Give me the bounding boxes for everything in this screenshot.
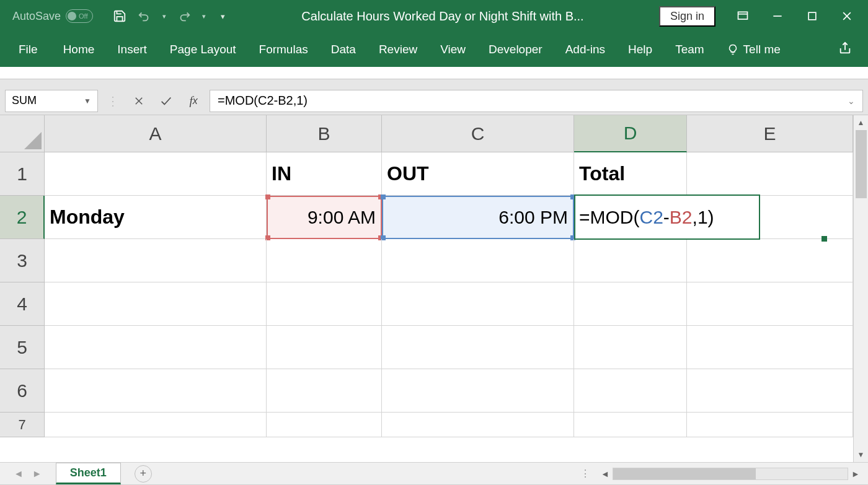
window-controls	[725, 10, 864, 22]
cell-d2[interactable]: =MOD(C2-B2,1)	[574, 196, 687, 239]
cell-b3[interactable]	[267, 239, 382, 282]
cell-b6[interactable]	[267, 369, 382, 413]
cell-e1[interactable]	[687, 152, 853, 196]
cell-b5[interactable]	[267, 326, 382, 369]
cell-a6[interactable]	[45, 369, 267, 413]
cell-d3[interactable]	[574, 239, 687, 282]
cell-d5[interactable]	[574, 326, 687, 369]
sheet-next-icon[interactable]: ►	[32, 468, 42, 479]
signin-button[interactable]: Sign in	[659, 6, 715, 27]
minimize-icon[interactable]	[771, 10, 784, 22]
insert-function-button[interactable]: fx	[182, 90, 205, 112]
autosave-state: Off	[79, 12, 87, 20]
scroll-left-icon[interactable]: ◄	[598, 466, 613, 481]
cell-c6[interactable]	[382, 369, 574, 413]
tab-insert[interactable]: Insert	[106, 38, 158, 61]
tab-home[interactable]: Home	[52, 38, 106, 61]
row-header-3[interactable]: 3	[0, 239, 45, 282]
split-handle[interactable]: ⋮	[574, 468, 598, 479]
column-header-a[interactable]: A	[45, 115, 267, 152]
formula-input[interactable]: =MOD(C2-B2,1) ⌄	[210, 90, 863, 112]
enter-formula-button[interactable]	[155, 90, 177, 112]
cell-b1[interactable]: IN	[267, 152, 382, 196]
cell-b4[interactable]	[267, 282, 382, 326]
autosave-label: AutoSave	[12, 10, 61, 23]
tab-review[interactable]: Review	[368, 38, 428, 61]
chevron-down-icon[interactable]: ▼	[84, 97, 91, 105]
cell-a5[interactable]	[45, 326, 267, 369]
cell-a4[interactable]	[45, 282, 267, 326]
cell-c2[interactable]: 6:00 PM	[382, 196, 574, 239]
cell-b2[interactable]: 9:00 AM	[267, 196, 382, 239]
vertical-scrollbar[interactable]: ▲ ▼	[853, 115, 868, 462]
vscroll-thumb[interactable]	[856, 130, 867, 198]
new-sheet-button[interactable]: +	[135, 465, 152, 483]
maximize-icon[interactable]	[806, 10, 818, 22]
row-header-2[interactable]: 2	[0, 196, 45, 239]
cell-a2[interactable]: Monday	[45, 196, 267, 239]
select-all-button[interactable]	[0, 115, 45, 152]
scroll-up-icon[interactable]: ▲	[854, 115, 868, 130]
close-icon[interactable]	[841, 10, 853, 22]
cell-e5[interactable]	[687, 326, 853, 369]
tab-help[interactable]: Help	[617, 38, 663, 61]
sheet-tab-active[interactable]: Sheet1	[56, 463, 121, 484]
save-icon[interactable]	[113, 9, 126, 23]
tab-developer[interactable]: Developer	[477, 38, 554, 61]
cell-d1[interactable]: Total	[574, 152, 687, 196]
cell-a7[interactable]	[45, 413, 267, 437]
autosave-toggle[interactable]: AutoSave Off	[4, 9, 102, 23]
tellme-search[interactable]: Tell me	[716, 38, 792, 61]
row-header-1[interactable]: 1	[0, 152, 45, 196]
tab-team[interactable]: Team	[664, 38, 715, 61]
cell-d7[interactable]	[574, 413, 687, 437]
cell-c4[interactable]	[382, 282, 574, 326]
cell-c3[interactable]	[382, 239, 574, 282]
ribbon-options-icon[interactable]	[737, 10, 749, 22]
name-box[interactable]: SUM ▼	[5, 90, 98, 112]
expand-formula-icon[interactable]: ⌄	[848, 96, 855, 106]
cell-e4[interactable]	[687, 282, 853, 326]
column-header-b[interactable]: B	[267, 115, 382, 152]
tab-view[interactable]: View	[429, 38, 477, 61]
column-header-e[interactable]: E	[687, 115, 853, 152]
tab-page-layout[interactable]: Page Layout	[159, 38, 247, 61]
fill-handle[interactable]	[822, 236, 827, 242]
cell-b7[interactable]	[267, 413, 382, 437]
cell-c5[interactable]	[382, 326, 574, 369]
cell-a1[interactable]	[45, 152, 267, 196]
sheet-prev-icon[interactable]: ◄	[14, 468, 24, 479]
share-button[interactable]	[838, 42, 857, 58]
hscroll-thumb[interactable]	[613, 468, 756, 479]
undo-dropdown-icon[interactable]: ▾	[162, 12, 166, 20]
tab-file[interactable]: File	[11, 38, 51, 61]
row-header-7[interactable]: 7	[0, 413, 45, 437]
qat-customize-icon[interactable]: ▾	[217, 12, 225, 21]
tab-formulas[interactable]: Formulas	[248, 38, 319, 61]
toggle-switch[interactable]: Off	[66, 9, 93, 23]
lightbulb-icon	[727, 44, 738, 55]
sheet-nav: ◄ ►	[0, 468, 56, 479]
cell-e7[interactable]	[687, 413, 853, 437]
redo-dropdown-icon[interactable]: ▾	[202, 12, 206, 20]
column-header-c[interactable]: C	[382, 115, 574, 152]
cell-c1[interactable]: OUT	[382, 152, 574, 196]
column-header-d[interactable]: D	[574, 115, 687, 152]
scroll-down-icon[interactable]: ▼	[854, 447, 868, 462]
cell-e6[interactable]	[687, 369, 853, 413]
cell-d4[interactable]	[574, 282, 687, 326]
cell-c7[interactable]	[382, 413, 574, 437]
redo-icon[interactable]	[177, 9, 191, 23]
cell-e3[interactable]	[687, 239, 853, 282]
svg-rect-2	[808, 12, 816, 20]
cancel-formula-button[interactable]	[128, 90, 150, 112]
row-header-4[interactable]: 4	[0, 282, 45, 326]
row-header-5[interactable]: 5	[0, 326, 45, 369]
cell-d6[interactable]	[574, 369, 687, 413]
scroll-right-icon[interactable]: ►	[848, 466, 863, 481]
cell-a3[interactable]	[45, 239, 267, 282]
tab-add-ins[interactable]: Add-ins	[554, 38, 616, 61]
row-header-6[interactable]: 6	[0, 369, 45, 413]
undo-icon[interactable]	[138, 9, 151, 23]
tab-data[interactable]: Data	[320, 38, 367, 61]
